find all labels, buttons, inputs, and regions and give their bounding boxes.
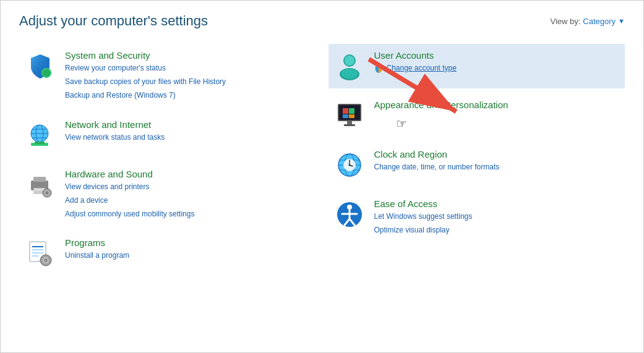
- ease-of-access-link-1[interactable]: Let Windows suggest settings: [374, 211, 473, 223]
- clock-region-title[interactable]: Clock and Region: [374, 149, 500, 159]
- hardware-sound-title[interactable]: Hardware and Sound: [65, 169, 194, 179]
- control-panel-page: Adjust your computer's settings View by:…: [1, 1, 643, 293]
- svg-rect-37: [343, 114, 348, 118]
- change-account-type-link[interactable]: Change account type: [387, 62, 457, 74]
- system-security-link-3[interactable]: Backup and Restore (Windows 7): [65, 90, 226, 101]
- header: Adjust your computer's settings View by:…: [19, 13, 625, 29]
- system-security-link-1[interactable]: Review your computer's status: [65, 62, 226, 74]
- network-internet-text: Network and Internet View network status…: [65, 119, 165, 143]
- view-by-label: View by:: [550, 17, 580, 26]
- svg-point-16: [46, 192, 48, 194]
- system-security-title[interactable]: System and Security: [65, 50, 226, 61]
- clock-region-text: Clock and Region Change date, time, or n…: [374, 149, 500, 173]
- hardware-sound-icon: [24, 169, 56, 201]
- system-security-text: System and Security Review your computer…: [65, 50, 226, 102]
- programs-link-1[interactable]: Uninstall a program: [65, 250, 129, 262]
- programs-text: Programs Uninstall a program: [65, 237, 129, 262]
- category-network-internet: Network and Internet View network status…: [19, 113, 310, 158]
- svg-rect-12: [35, 189, 45, 190]
- category-ease-of-access: Ease of Access Let Windows suggest setti…: [328, 192, 625, 242]
- clock-region-link-1[interactable]: Change date, time, or number formats: [374, 161, 500, 173]
- hardware-sound-link-2[interactable]: Add a device: [65, 195, 194, 206]
- network-internet-title[interactable]: Network and Internet: [65, 119, 165, 130]
- view-by-dropdown[interactable]: Category: [583, 17, 616, 26]
- svg-rect-38: [349, 114, 354, 118]
- programs-title[interactable]: Programs: [65, 237, 129, 248]
- right-column: User Accounts: [322, 44, 625, 281]
- ease-of-access-text: Ease of Access Let Windows suggest setti…: [374, 198, 473, 236]
- category-user-accounts: User Accounts: [328, 44, 625, 88]
- category-hardware-sound: Hardware and Sound View devices and prin…: [19, 163, 310, 227]
- hardware-sound-text: Hardware and Sound View devices and prin…: [65, 169, 194, 221]
- appearance-text: Appearance and Personalization: [374, 100, 509, 110]
- appearance-title[interactable]: Appearance and Personalization: [374, 100, 509, 110]
- user-accounts-title[interactable]: User Accounts: [374, 50, 457, 61]
- svg-point-26: [45, 260, 47, 262]
- clock-region-icon: [333, 149, 366, 181]
- ease-of-access-icon: [333, 198, 366, 231]
- network-internet-icon: [24, 119, 56, 151]
- view-by-control: View by: Category ▼: [550, 17, 625, 26]
- appearance-icon: [333, 100, 366, 132]
- system-security-icon: [24, 50, 56, 82]
- user-accounts-icon: [333, 50, 366, 82]
- categories-grid: System and Security Review your computer…: [19, 44, 625, 281]
- svg-rect-40: [344, 124, 355, 126]
- svg-point-1: [43, 69, 50, 77]
- category-appearance: Appearance and Personalization: [328, 93, 625, 138]
- system-security-link-2[interactable]: Save backup copies of your files with Fi…: [65, 76, 226, 88]
- network-internet-link-1[interactable]: View network status and tasks: [65, 132, 165, 143]
- page-title: Adjust your computer's settings: [19, 13, 208, 29]
- hardware-sound-link-1[interactable]: View devices and printers: [65, 181, 194, 193]
- svg-point-49: [348, 164, 350, 166]
- svg-rect-35: [343, 108, 348, 114]
- svg-point-32: [341, 69, 358, 79]
- svg-rect-8: [35, 142, 45, 144]
- hardware-sound-link-3[interactable]: Adjust commonly used mobility settings: [65, 208, 194, 220]
- svg-rect-36: [349, 108, 354, 114]
- svg-rect-10: [33, 177, 46, 182]
- programs-icon: [24, 237, 56, 270]
- svg-point-31: [345, 56, 354, 66]
- ease-of-access-title[interactable]: Ease of Access: [374, 198, 473, 209]
- category-clock-region: Clock and Region Change date, time, or n…: [328, 143, 625, 187]
- category-programs: Programs Uninstall a program: [19, 231, 310, 276]
- user-accounts-text: User Accounts: [374, 50, 457, 74]
- left-column: System and Security Review your computer…: [19, 44, 322, 281]
- uac-shield-icon: [374, 64, 383, 73]
- ease-of-access-link-2[interactable]: Optimize visual display: [374, 224, 473, 236]
- category-system-security: System and Security Review your computer…: [19, 44, 310, 108]
- svg-rect-39: [347, 121, 352, 124]
- chevron-down-icon: ▼: [618, 17, 625, 25]
